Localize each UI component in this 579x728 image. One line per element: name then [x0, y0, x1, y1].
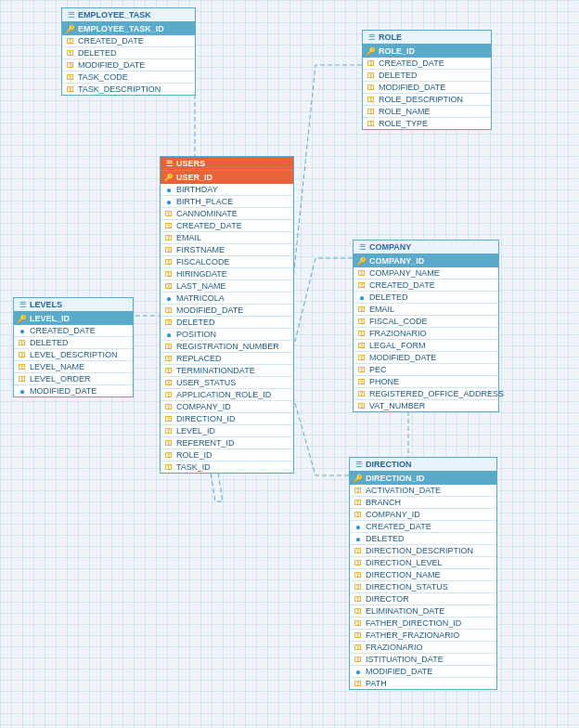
field-row: ●POSITION — [161, 329, 293, 341]
field-row: ⚿REPLACED — [161, 353, 293, 365]
field-row: ⚿FISCALCODE — [161, 256, 293, 268]
employee-task-table: ☰ EMPLOYEE_TASK 🔑 EMPLOYEE_TASK_ID ⚿CREA… — [61, 7, 196, 96]
role-header: ☰ ROLE — [363, 31, 491, 45]
field-row: ⚿COMPANY_ID — [161, 401, 293, 413]
levels-pk: 🔑 LEVEL_ID — [14, 312, 133, 325]
field-row: ⚿COMPANY_ID — [350, 509, 496, 521]
users-table: ☰ USERS 🔑 USER_ID ●BIRTHDAY ●BIRTH_PLACE… — [160, 156, 294, 474]
field-row: ⚿TASK_DESCRIPTION — [62, 84, 195, 95]
field-row: ⚿EMAIL — [161, 232, 293, 244]
field-row: ⚿FIRSTNAME — [161, 244, 293, 256]
users-header: ☰ USERS — [161, 157, 293, 171]
field-row: ●MODIFIED_DATE — [350, 666, 496, 678]
field-row: ⚿DIRECTOR — [350, 593, 496, 605]
table-icon: ☰ — [66, 10, 75, 20]
field-row: ●DELETED — [354, 292, 498, 304]
field-row: ●CREATED_DATE — [350, 521, 496, 533]
field-row: ⚿DELETED — [14, 337, 133, 349]
field-row: ⚿MODIFIED_DATE — [363, 82, 491, 94]
role-pk: 🔑 ROLE_ID — [363, 45, 491, 58]
field-row: ⚿APPLICATION_ROLE_ID — [161, 389, 293, 401]
field-row: ⚿REFERENT_ID — [161, 437, 293, 449]
field-row: ⚿LEVEL_NAME — [14, 361, 133, 373]
employee-task-pk: 🔑 EMPLOYEE_TASK_ID — [62, 22, 195, 35]
field-row: ●CREATED_DATE — [14, 325, 133, 337]
field-row: ⚿CREATED_DATE — [363, 58, 491, 70]
field-row: ⚿FATHER_DIRECTION_ID — [350, 618, 496, 630]
field-row: ⚿EMAIL — [354, 304, 498, 316]
field-row: ⚿DELETED — [62, 47, 195, 59]
role-table: ☰ ROLE 🔑 ROLE_ID ⚿CREATED_DATE ⚿DELETED … — [362, 30, 492, 130]
field-row: ⚿HIRINGDATE — [161, 268, 293, 280]
field-row: ⚿FRAZIONARIO — [350, 642, 496, 654]
field-row: ●BIRTH_PLACE — [161, 196, 293, 208]
field-row: ⚿CREATED_DATE — [62, 35, 195, 47]
field-row: ●BIRTHDAY — [161, 184, 293, 196]
field-row: ⚿CREATED_DATE — [161, 220, 293, 232]
field-row: ⚿LEVEL_ORDER — [14, 373, 133, 385]
field-row: ⚿DIRECTION_ID — [161, 413, 293, 425]
company-table: ☰ COMPANY 🔑 COMPANY_ID ⚿COMPANY_NAME ⚿CR… — [353, 240, 499, 412]
field-row: ⚿ROLE_DESCRIPTION — [363, 94, 491, 106]
field-row: ⚿FRAZIONARIO — [354, 328, 498, 340]
field-row: ⚿ROLE_NAME — [363, 106, 491, 118]
users-pk: 🔑 USER_ID — [161, 171, 293, 184]
company-header: ☰ COMPANY — [354, 240, 498, 254]
employee-task-header: ☰ EMPLOYEE_TASK — [62, 8, 195, 22]
field-row: ⚿ROLE_ID — [161, 449, 293, 462]
company-pk: 🔑 COMPANY_ID — [354, 254, 498, 267]
field-row: ⚿DIRECTION_NAME — [350, 569, 496, 581]
field-row: ⚿REGISTERED_OFFICE_ADDRESS — [354, 388, 498, 400]
field-row: ⚿ELIMINATION_DATE — [350, 605, 496, 618]
field-row: ●DELETED — [350, 533, 496, 545]
field-row: ⚿VAT_NUMBER — [354, 400, 498, 411]
levels-table: ☰ LEVELS 🔑 LEVEL_ID ●CREATED_DATE ⚿DELET… — [13, 297, 134, 397]
field-row: ⚿DIRECTION_STATUS — [350, 581, 496, 593]
field-row: ●MATRICOLA — [161, 292, 293, 305]
field-row: ⚿LAST_NAME — [161, 280, 293, 292]
field-row: ⚿MODIFIED_DATE — [62, 59, 195, 72]
field-row: ●MODIFIED_DATE — [14, 385, 133, 396]
field-row: ⚿MODIFIED_DATE — [354, 352, 498, 364]
field-row: ⚿TASK_CODE — [62, 72, 195, 84]
field-row: ⚿DIRECTION_DESCRIPTION — [350, 545, 496, 557]
field-row: ⚿ROLE_TYPE — [363, 118, 491, 129]
field-row: ⚿DELETED — [161, 317, 293, 329]
field-row: ⚿LEVEL_DESCRIPTION — [14, 349, 133, 361]
field-row: ⚿MODIFIED_DATE — [161, 305, 293, 317]
field-row: ⚿TERMINATIONDATE — [161, 365, 293, 377]
direction-pk: 🔑 DIRECTION_ID — [350, 472, 496, 485]
field-row: ⚿PATH — [350, 678, 496, 689]
field-row: ⚿CANNOMINATE — [161, 208, 293, 220]
field-row: ⚿PEC — [354, 364, 498, 376]
field-row: ⚿USER_STATUS — [161, 377, 293, 389]
field-row: ⚿ISTITUATION_DATE — [350, 654, 496, 666]
field-row: ⚿DELETED — [363, 70, 491, 82]
direction-table: ☰ DIRECTION 🔑 DIRECTION_ID ⚿ACTIVATION_D… — [349, 457, 497, 690]
field-row: ⚿TASK_ID — [161, 462, 293, 473]
levels-header: ☰ LEVELS — [14, 298, 133, 312]
field-row: ⚿REGISTRATION_NUMBER — [161, 341, 293, 353]
field-row: ⚿PHONE — [354, 376, 498, 388]
pk-icon: 🔑 — [66, 24, 75, 33]
field-row: ⚿CREATED_DATE — [354, 280, 498, 292]
field-row: ⚿BRANCH — [350, 497, 496, 509]
field-row: ⚿DIRECTION_LEVEL — [350, 557, 496, 569]
direction-header: ☰ DIRECTION — [350, 458, 496, 472]
field-row: ⚿LEVEL_ID — [161, 425, 293, 437]
field-row: ⚿FATHER_FRAZIONARIO — [350, 630, 496, 642]
field-row: ⚿LEGAL_FORM — [354, 340, 498, 352]
field-row: ⚿COMPANY_NAME — [354, 267, 498, 280]
field-row: ⚿ACTIVATION_DATE — [350, 485, 496, 497]
field-row: ⚿FISCAL_CODE — [354, 316, 498, 328]
